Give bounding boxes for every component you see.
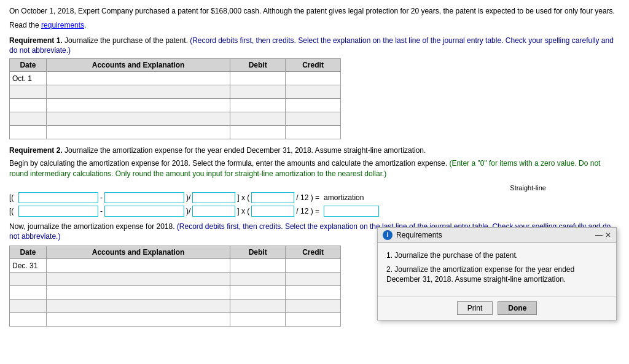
acct-field-1-4[interactable]: [49, 115, 227, 123]
date-empty-2-4: [10, 300, 47, 313]
debit-field-2-2[interactable]: [233, 275, 283, 284]
formula-div12-1: / 12 ) =: [296, 193, 319, 202]
acct-cell-2-4[interactable]: [46, 300, 230, 313]
debit-field-2-1[interactable]: [233, 261, 283, 270]
formula-input-2b[interactable]: [104, 206, 184, 217]
date-empty-1-2: [10, 85, 47, 99]
info-icon: i: [383, 230, 393, 240]
formula-input-2c[interactable]: [192, 206, 235, 217]
formula-input-1c[interactable]: [192, 192, 235, 203]
credit-cell-2-3[interactable]: [286, 286, 341, 300]
acct-field-2-5[interactable]: [49, 316, 227, 324]
debit-field-2-5[interactable]: [233, 316, 283, 324]
acct-cell-1-4[interactable]: [46, 112, 230, 126]
acct-cell-2-2[interactable]: [46, 273, 230, 286]
formula-minus-2: -: [100, 207, 103, 215]
date-empty-1-5: [10, 126, 47, 139]
credit-cell-1-4[interactable]: [286, 112, 341, 126]
credit-field-2-5[interactable]: [288, 316, 338, 324]
debit-field-1-1[interactable]: [233, 74, 283, 83]
formula-intro-text: Begin by calculating the amortization ex…: [9, 158, 620, 179]
credit-cell-2-2[interactable]: [286, 273, 341, 286]
popup-controls[interactable]: — ✕: [595, 231, 611, 239]
formula-div12-2: / 12 ) =: [296, 207, 319, 215]
credit-field-1-5[interactable]: [288, 128, 338, 137]
popup-footer: Print Done: [378, 296, 616, 320]
debit-cell-1-5[interactable]: [230, 126, 286, 139]
debit-field-1-5[interactable]: [233, 128, 283, 137]
acct-cell-1-2[interactable]: [46, 85, 230, 99]
sl-header: Straight-line: [9, 184, 620, 192]
debit-field-1-4[interactable]: [233, 115, 283, 123]
debit-cell-1-2[interactable]: [230, 85, 286, 99]
acct-cell-1-5[interactable]: [46, 126, 230, 139]
credit-field-2-2[interactable]: [288, 275, 338, 284]
req2-heading: Requirement 2. Journalize the amortizati…: [9, 145, 620, 156]
debit-field-2-4[interactable]: [233, 302, 283, 311]
credit-cell-2-1[interactable]: [286, 259, 341, 273]
journal-table-2: Date Accounts and Explanation Debit Cred…: [9, 246, 341, 327]
print-button[interactable]: Print: [457, 301, 493, 315]
popup-item-2: 2. Journalize the amortization expense f…: [386, 265, 608, 285]
popup-body: 1. Journalize the purchase of the patent…: [378, 243, 616, 296]
debit-cell-1-4[interactable]: [230, 112, 286, 126]
acct-cell-2-3[interactable]: [46, 286, 230, 300]
journal-table-1: Date Accounts and Explanation Debit Cred…: [9, 58, 341, 139]
acct-field-2-2[interactable]: [49, 275, 227, 284]
credit-cell-2-4[interactable]: [286, 300, 341, 313]
acct-field-2-1[interactable]: [49, 261, 227, 270]
table-row: [10, 85, 341, 99]
formula-input-2a[interactable]: [18, 206, 98, 217]
formula-input-1b[interactable]: [104, 192, 184, 203]
table-row: Dec. 31: [10, 259, 341, 273]
requirements-link[interactable]: requirements: [41, 21, 84, 29]
acct-cell-2-5[interactable]: [46, 313, 230, 327]
debit-cell-2-5[interactable]: [230, 313, 286, 327]
acct-field-1-3[interactable]: [49, 101, 227, 110]
acct-field-2-4[interactable]: [49, 302, 227, 311]
credit-cell-1-1[interactable]: [286, 72, 341, 85]
debit-field-1-2[interactable]: [233, 88, 283, 96]
acct-input-1[interactable]: [46, 72, 230, 85]
acct-field-1-1[interactable]: [49, 74, 227, 83]
debit-field-2-3[interactable]: [233, 288, 283, 297]
formula-input-1a[interactable]: [18, 192, 98, 203]
credit-cell-1-3[interactable]: [286, 99, 341, 112]
acct-cell-1-3[interactable]: [46, 99, 230, 112]
credit-cell-2-5[interactable]: [286, 313, 341, 327]
credit-field-1-2[interactable]: [288, 88, 338, 96]
acct-field-2-3[interactable]: [49, 288, 227, 297]
formula-bracket-2: [(: [9, 207, 17, 215]
acct-field-1-2[interactable]: [49, 88, 227, 96]
formula-input-2d[interactable]: [251, 206, 294, 217]
debit-cell-1-1[interactable]: [230, 72, 286, 85]
debit-cell-2-3[interactable]: [230, 286, 286, 300]
formula-input-1d[interactable]: [251, 192, 294, 203]
debit-cell-2-1[interactable]: [230, 259, 286, 273]
close-icon[interactable]: ✕: [605, 231, 611, 239]
table-row: [10, 286, 341, 300]
acct-cell-2-1[interactable]: [46, 259, 230, 273]
debit-cell-2-4[interactable]: [230, 300, 286, 313]
acct-field-1-5[interactable]: [49, 128, 227, 137]
credit-field-2-1[interactable]: [288, 261, 338, 270]
minimize-icon[interactable]: —: [595, 231, 603, 239]
done-button[interactable]: Done: [498, 301, 537, 315]
table-row: [10, 99, 341, 112]
debit-field-1-3[interactable]: [233, 101, 283, 110]
credit-field-1-3[interactable]: [288, 101, 338, 110]
credit-cell-1-2[interactable]: [286, 85, 341, 99]
debit-cell-2-2[interactable]: [230, 273, 286, 286]
formula-result-2[interactable]: [324, 206, 379, 217]
credit-field-1-4[interactable]: [288, 115, 338, 123]
credit-field-2-4[interactable]: [288, 302, 338, 311]
intro-para2: Read the requirements.: [9, 20, 620, 31]
debit-cell-1-3[interactable]: [230, 99, 286, 112]
formula-div-2: )/: [186, 207, 190, 215]
credit-field-1-1[interactable]: [288, 74, 338, 83]
col-debit-1: Debit: [230, 59, 286, 72]
date-cell-2-1: Dec. 31: [10, 259, 47, 273]
credit-cell-1-5[interactable]: [286, 126, 341, 139]
credit-field-2-3[interactable]: [288, 288, 338, 297]
formula-amort-label: amortization: [324, 193, 364, 202]
